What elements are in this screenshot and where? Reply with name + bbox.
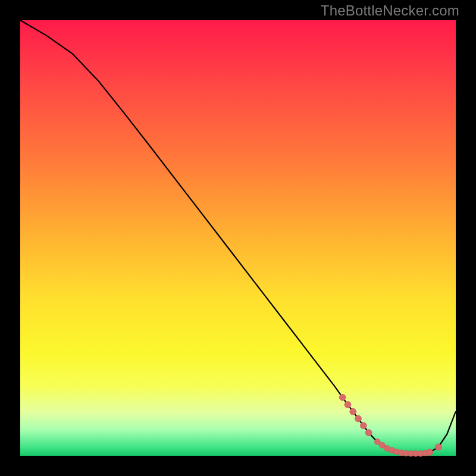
highlight-dot <box>339 394 346 400</box>
highlight-dot <box>350 408 356 415</box>
brand-watermark: TheBottleNecker.com <box>321 2 459 19</box>
bottleneck-curve <box>20 20 456 453</box>
highlight-dot <box>365 430 372 436</box>
highlight-dot <box>345 402 351 408</box>
chart-svg <box>20 20 456 456</box>
highlight-dot <box>427 449 433 456</box>
chart-container: TheBottleNecker.com <box>0 0 476 476</box>
highlight-dot <box>435 444 441 450</box>
highlight-dot <box>360 422 367 429</box>
highlight-dots <box>339 394 441 456</box>
highlight-dot <box>355 415 362 422</box>
plot-area <box>20 20 456 456</box>
